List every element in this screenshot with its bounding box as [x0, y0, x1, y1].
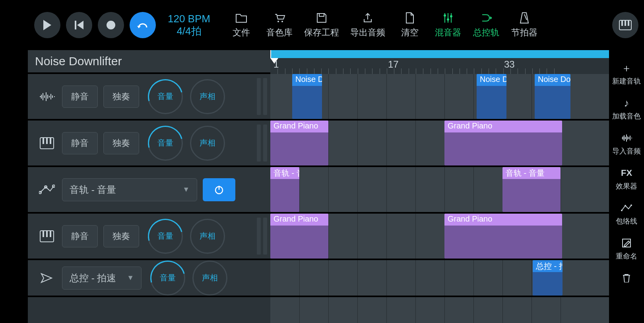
piano-icon: [37, 137, 56, 149]
side-load-sound[interactable]: ♪ 加载音色: [612, 97, 641, 121]
ruler-marker-17: 17: [388, 59, 399, 70]
side-envelope[interactable]: 包络线: [616, 202, 637, 226]
side-fx[interactable]: FX 效果器: [616, 167, 637, 191]
pan-knob[interactable]: 声相: [192, 261, 227, 296]
solo-button[interactable]: 独奏: [103, 86, 139, 108]
svg-point-5: [447, 18, 449, 21]
svg-rect-13: [46, 138, 48, 144]
lane-master[interactable]: 总控 - 拍: [270, 260, 644, 297]
menu-master[interactable]: 总控轨: [473, 12, 500, 39]
volume-knob[interactable]: 音量: [148, 219, 183, 254]
track-row-piano-2[interactable]: 静音 独奏 音量 声相: [28, 214, 270, 260]
solo-button[interactable]: 独奏: [103, 225, 139, 247]
mute-button[interactable]: 静音: [62, 86, 98, 108]
top-toolbar: 120 BPM 4/4拍 文件 音色库 保存工程 导出音频 清空: [28, 0, 644, 50]
clip-noise-3[interactable]: Noise Do: [535, 74, 570, 119]
selected-track-title: Noise Downlifter: [28, 50, 270, 74]
clip-auto-a[interactable]: 音轨 - 音: [270, 167, 299, 212]
side-delete[interactable]: [621, 272, 632, 284]
volume-knob[interactable]: 音量: [150, 261, 185, 296]
time-signature: 4/4拍: [177, 25, 201, 37]
waveform-icon: [37, 91, 56, 103]
tempo-display[interactable]: 120 BPM 4/4拍: [168, 13, 210, 37]
record-button[interactable]: [98, 12, 124, 38]
menu-file[interactable]: 文件: [228, 12, 255, 39]
drag-handle[interactable]: [257, 218, 269, 255]
mute-button[interactable]: 静音: [62, 225, 98, 247]
clip-piano-2b[interactable]: Grand Piano: [444, 214, 562, 259]
master-dropdown[interactable]: 总控 - 拍速 ▼: [62, 267, 142, 290]
pan-knob[interactable]: 声相: [190, 79, 225, 114]
ruler-marker-33: 33: [504, 59, 515, 70]
drag-handle[interactable]: [257, 78, 269, 115]
automation-icon: [37, 184, 56, 196]
cart-icon: [273, 12, 286, 24]
track-row-piano-1[interactable]: 静音 独奏 音量 声相: [28, 121, 270, 167]
svg-point-2: [277, 21, 279, 22]
lane-audio[interactable]: Noise D Noise D Noise Do: [270, 74, 644, 121]
volume-knob[interactable]: 音量: [148, 126, 183, 161]
svg-rect-12: [43, 138, 44, 144]
timeline-ruler[interactable]: 1 17 33: [270, 50, 644, 74]
skip-start-icon: [74, 20, 84, 30]
play-button[interactable]: [34, 12, 60, 38]
clip-auto-b[interactable]: 音轨 - 音量: [502, 167, 561, 212]
side-new-track[interactable]: ＋ 新建音轨: [612, 62, 641, 86]
merge-icon: [480, 12, 493, 24]
menu-library[interactable]: 音色库: [266, 12, 293, 39]
menu-save[interactable]: 保存工程: [304, 12, 339, 39]
svg-point-6: [450, 15, 452, 18]
svg-point-25: [630, 204, 632, 206]
side-import-audio[interactable]: 导入音频: [612, 132, 641, 156]
pan-knob[interactable]: 声相: [190, 219, 225, 254]
svg-rect-9: [625, 20, 626, 26]
svg-rect-8: [621, 20, 623, 26]
automation-dropdown[interactable]: 音轨 - 音量 ▼: [62, 178, 197, 201]
loop-icon: [137, 20, 149, 30]
drag-handle[interactable]: [257, 125, 269, 162]
menu-clear[interactable]: 清空: [396, 12, 423, 39]
lane-piano-2[interactable]: Grand Piano Grand Piano: [270, 214, 644, 260]
svg-rect-10: [628, 20, 629, 26]
waveform-icon: [621, 132, 632, 144]
loop-region[interactable]: [270, 50, 634, 58]
clip-noise-1[interactable]: Noise D: [292, 74, 322, 119]
svg-rect-0: [75, 21, 76, 29]
track-row-audio[interactable]: 静音 独奏 音量 声相: [28, 74, 270, 121]
automation-power-button[interactable]: [203, 178, 235, 201]
piano-icon: [37, 230, 56, 242]
pan-knob[interactable]: 声相: [190, 126, 225, 161]
piano-icon: [619, 20, 632, 30]
clip-piano-1a[interactable]: Grand Piano: [270, 121, 328, 165]
clip-noise-2[interactable]: Noise D: [477, 74, 506, 119]
side-rename[interactable]: 重命名: [616, 237, 637, 261]
play-icon: [43, 20, 52, 30]
menu-metronome[interactable]: 节拍器: [511, 12, 538, 39]
folder-icon: [235, 12, 248, 24]
document-icon: [403, 12, 416, 24]
lane-piano-1[interactable]: Grand Piano Grand Piano: [270, 121, 644, 167]
timeline-area[interactable]: 1 17 33 Noise D Noise D Noise Do: [270, 50, 644, 323]
clip-piano-1b[interactable]: Grand Piano: [444, 121, 562, 165]
mute-button[interactable]: 静音: [62, 132, 98, 154]
track-row-master[interactable]: 总控 - 拍速 ▼ 音量 声相: [28, 260, 270, 297]
menu-export[interactable]: 导出音频: [350, 12, 385, 39]
svg-rect-21: [46, 231, 48, 237]
rewind-button[interactable]: [66, 12, 92, 38]
lane-automation[interactable]: 音轨 - 音 音轨 - 音量: [270, 167, 644, 214]
record-icon: [106, 20, 116, 30]
clip-piano-2a[interactable]: Grand Piano: [270, 214, 328, 259]
svg-point-4: [444, 14, 446, 17]
envelope-icon: [621, 202, 632, 214]
svg-point-3: [281, 21, 283, 22]
loop-button[interactable]: [130, 12, 156, 38]
track-row-automation[interactable]: 音轨 - 音量 ▼: [28, 167, 270, 214]
solo-button[interactable]: 独奏: [103, 132, 139, 154]
volume-knob[interactable]: 音量: [148, 79, 183, 114]
metronome-icon: [518, 12, 531, 24]
clip-master[interactable]: 总控 - 拍: [533, 260, 563, 296]
menu-mixer[interactable]: 混音器: [435, 12, 462, 39]
bpm-value: 120 BPM: [168, 13, 210, 25]
sliders-icon: [442, 12, 454, 24]
keyboard-view-button[interactable]: [612, 12, 638, 38]
